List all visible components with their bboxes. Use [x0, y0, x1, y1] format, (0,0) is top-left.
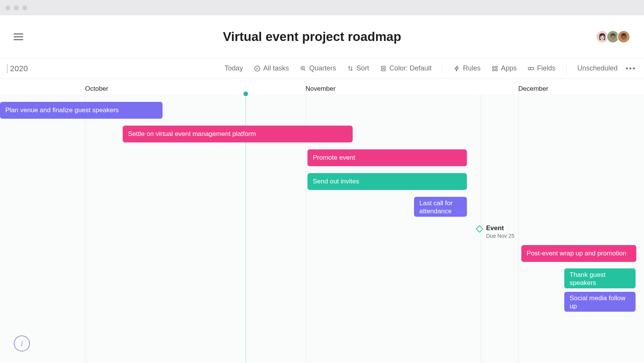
- traffic-light-close[interactable]: [5, 5, 10, 10]
- svg-rect-12: [493, 69, 495, 71]
- traffic-light-zoom[interactable]: [22, 5, 27, 10]
- task-bar-thank-speakers[interactable]: Thank guest speakers: [564, 268, 636, 288]
- quarters-label: Quarters: [309, 64, 336, 72]
- fields-icon: [527, 65, 534, 72]
- info-icon: i: [21, 339, 23, 348]
- task-label: Send out invites: [313, 178, 359, 185]
- avatar[interactable]: 👨🏾: [617, 30, 630, 43]
- unscheduled-label: Unscheduled: [577, 64, 618, 72]
- app-header: Virtual event project roadmap 👩🏻 👨🏽 👨🏾: [0, 15, 644, 58]
- gantt-area[interactable]: Plan venue and finalize guest speakersSe…: [0, 94, 644, 363]
- info-button[interactable]: i: [14, 335, 30, 352]
- task-label: Promote event: [313, 154, 355, 162]
- svg-rect-9: [381, 69, 386, 71]
- task-bar-plan-venue[interactable]: Plan venue and finalize guest speakers: [0, 102, 163, 119]
- task-label: Social media follow up: [570, 294, 630, 311]
- task-bar-invites[interactable]: Send out invites: [307, 173, 467, 190]
- check-circle-icon: [254, 65, 261, 72]
- milestone-title: Event: [486, 224, 514, 232]
- svg-rect-10: [493, 66, 495, 68]
- svg-rect-13: [495, 69, 497, 71]
- menu-button[interactable]: [11, 29, 26, 44]
- month-label: November: [306, 85, 335, 93]
- year-label: 2020: [7, 64, 28, 73]
- gridline: [518, 94, 519, 363]
- month-label: October: [85, 85, 108, 93]
- task-bar-promote[interactable]: Promote event: [307, 149, 467, 166]
- all-tasks-button[interactable]: All tasks: [248, 62, 294, 75]
- svg-line-5: [304, 69, 305, 70]
- task-label: Settle on virtual event management platf…: [128, 130, 256, 138]
- toolbar-divider: [566, 63, 567, 74]
- all-tasks-label: All tasks: [263, 64, 289, 72]
- rules-button[interactable]: Rules: [448, 62, 486, 75]
- apps-label: Apps: [501, 64, 517, 72]
- window-chrome: [0, 0, 644, 15]
- toolbar: 2020 Today All tasks Quarters Sort Color…: [0, 58, 644, 79]
- task-label: Thank guest speakers: [570, 271, 630, 287]
- zoom-icon: [300, 65, 307, 72]
- gridline: [85, 94, 85, 363]
- task-label: Post-event wrap up and promotion: [527, 250, 626, 257]
- milestone-diamond-icon: [476, 225, 483, 233]
- task-bar-wrap-up[interactable]: Post-event wrap up and promotion: [521, 245, 636, 262]
- fields-label: Fields: [537, 64, 555, 72]
- toolbar-divider: [442, 63, 443, 74]
- page-title: Virtual event project roadmap: [26, 29, 598, 44]
- svg-rect-8: [381, 66, 386, 68]
- color-label: Color: Default: [389, 64, 432, 72]
- sort-label: Sort: [356, 64, 369, 72]
- month-label: December: [518, 85, 548, 93]
- task-label: Last call for attendance: [419, 199, 462, 216]
- today-button[interactable]: Today: [219, 62, 248, 75]
- color-button[interactable]: Color: Default: [375, 62, 437, 75]
- milestone-subtitle: Due Nov 25: [486, 233, 514, 239]
- month-header-row: October November December: [0, 79, 644, 94]
- sort-icon: [347, 65, 354, 72]
- apps-icon: [491, 65, 498, 72]
- task-label: Plan venue and finalize guest speakers: [5, 106, 119, 114]
- color-icon: [380, 65, 387, 72]
- traffic-light-minimize[interactable]: [14, 5, 19, 10]
- more-menu-button[interactable]: [626, 67, 635, 69]
- hamburger-icon: [13, 31, 24, 43]
- task-bar-last-call[interactable]: Last call for attendance: [414, 197, 467, 217]
- today-marker: [243, 92, 248, 96]
- collaborator-avatars[interactable]: 👩🏻 👨🏽 👨🏾: [598, 30, 630, 43]
- rules-label: Rules: [463, 64, 481, 72]
- task-bar-social-follow[interactable]: Social media follow up: [564, 292, 636, 312]
- sort-button[interactable]: Sort: [342, 62, 375, 75]
- timeline[interactable]: October November December Plan venue and…: [0, 79, 644, 363]
- milestone[interactable]: EventDue Nov 25: [477, 224, 514, 239]
- quarters-button[interactable]: Quarters: [294, 62, 342, 75]
- svg-rect-14: [528, 67, 534, 70]
- task-bar-settle-platform[interactable]: Settle on virtual event management platf…: [123, 126, 353, 142]
- today-label: Today: [225, 64, 243, 72]
- svg-rect-11: [495, 66, 497, 68]
- lightning-icon: [453, 65, 460, 72]
- unscheduled-button[interactable]: Unscheduled: [572, 62, 623, 75]
- fields-button[interactable]: Fields: [522, 62, 561, 75]
- apps-button[interactable]: Apps: [486, 62, 522, 75]
